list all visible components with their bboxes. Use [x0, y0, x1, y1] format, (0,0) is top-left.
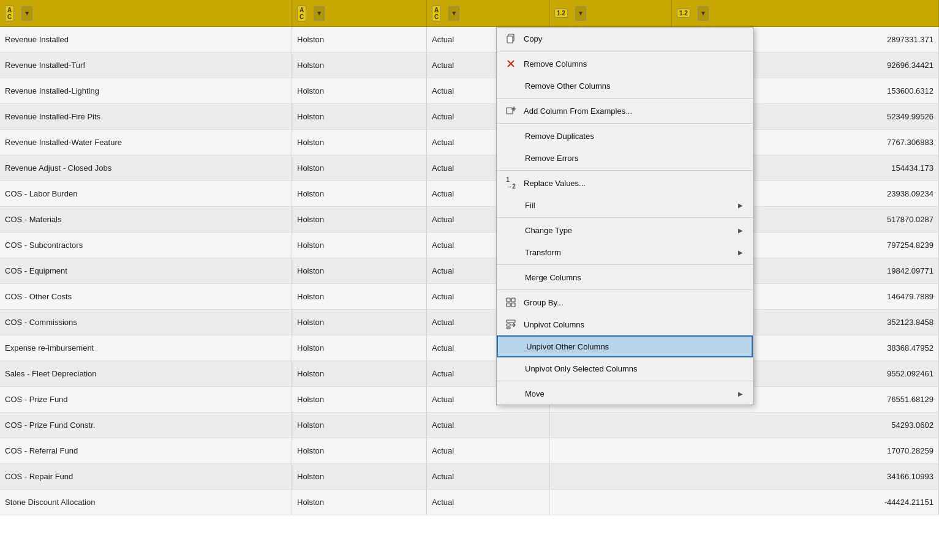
table-row: COS - Subcontractors Holston Actual 7972… — [0, 233, 939, 258]
menu-item-remove-columns[interactable]: Remove Columns — [497, 53, 753, 75]
menu-item-fill[interactable]: Fill▶ — [497, 194, 753, 216]
cell-entity: Holston — [292, 53, 427, 78]
group-icon — [504, 297, 518, 307]
remove-icon — [504, 59, 518, 69]
cell-ab: Actual — [427, 438, 549, 463]
cell-fsb: Sales - Fleet Depreciation — [0, 361, 292, 386]
table-row: COS - Referral Fund Holston Actual 17070… — [0, 438, 939, 464]
menu-separator — [497, 170, 753, 171]
entity-type-icon: AC — [297, 6, 306, 21]
cell-entity: Holston — [292, 78, 427, 103]
table-row: Revenue Installed-Turf Holston Actual 92… — [0, 53, 939, 78]
svg-rect-13 — [507, 327, 510, 329]
cell-entity: Holston — [292, 207, 427, 232]
menu-label-remove-duplicates: Remove Duplicates — [525, 132, 743, 141]
date1-dropdown-button[interactable]: ▼ — [575, 6, 586, 21]
table-row: COS - Equipment Holston Actual 19842.097… — [0, 258, 939, 284]
menu-item-merge-columns[interactable]: Merge Columns — [497, 266, 753, 288]
date2-dropdown-button[interactable]: ▼ — [698, 6, 709, 21]
menu-item-remove-errors[interactable]: Remove Errors — [497, 147, 753, 169]
cell-entity: Holston — [292, 335, 427, 360]
header-date2: 1.2 ▼ — [672, 0, 939, 26]
table-row: Revenue Installed-Water Feature Holston … — [0, 130, 939, 155]
submenu-arrow-icon: ▶ — [738, 227, 743, 234]
cell-value: -44424.21151 — [549, 490, 939, 515]
cell-entity: Holston — [292, 258, 427, 283]
table-header: AC ▼ AC ▼ AC ▼ 1.2 ▼ 1.2 ▼ — [0, 0, 939, 27]
cell-fsb: COS - Other Costs — [0, 284, 292, 309]
submenu-arrow-icon: ▶ — [738, 249, 743, 256]
svg-rect-9 — [507, 303, 510, 307]
table-row: Revenue Installed-Fire Pits Holston Actu… — [0, 104, 939, 130]
menu-item-transform[interactable]: Transform▶ — [497, 241, 753, 263]
cell-fsb: COS - Labor Burden — [0, 181, 292, 206]
menu-label-group-by: Group By... — [524, 298, 743, 307]
cell-fsb: Expense re-imbursement — [0, 335, 292, 360]
cell-fsb: Revenue Installed-Water Feature — [0, 130, 292, 155]
cell-entity: Holston — [292, 310, 427, 335]
cell-entity: Holston — [292, 130, 427, 155]
table-row: COS - Repair Fund Holston Actual 34166.1… — [0, 464, 939, 490]
cell-entity: Holston — [292, 387, 427, 412]
submenu-arrow-icon: ▶ — [738, 202, 743, 209]
menu-label-replace-values: Replace Values... — [524, 179, 743, 188]
cell-fsb: COS - Materials — [0, 207, 292, 232]
menu-label-merge-columns: Merge Columns — [525, 273, 743, 282]
cell-fsb: Stone Discount Allocation — [0, 490, 292, 515]
table-row: COS - Prize Fund Constr. Holston Actual … — [0, 413, 939, 438]
table-body: Revenue Installed Holston Actual 2897331… — [0, 27, 939, 515]
cell-value: 17070.28259 — [549, 438, 939, 463]
menu-label-fill: Fill — [525, 201, 732, 210]
cell-entity: Holston — [292, 155, 427, 181]
header-fsb: AC ▼ — [0, 0, 292, 26]
menu-label-remove-columns: Remove Columns — [524, 59, 743, 69]
unpivot-icon — [504, 319, 518, 329]
cell-fsb: COS - Equipment — [0, 258, 292, 283]
menu-label-move: Move — [525, 389, 732, 398]
menu-item-change-type[interactable]: Change Type▶ — [497, 219, 753, 241]
menu-item-move[interactable]: Move▶ — [497, 383, 753, 405]
menu-label-copy: Copy — [524, 34, 743, 43]
date2-type-icon: 1.2 — [677, 9, 690, 18]
menu-label-unpivot-other-columns: Unpivot Other Columns — [526, 342, 742, 351]
table-row: COS - Commissions Holston Actual 352123.… — [0, 310, 939, 335]
menu-item-copy[interactable]: Copy — [497, 28, 753, 50]
svg-rect-7 — [507, 298, 510, 302]
menu-item-unpivot-only-selected[interactable]: Unpivot Only Selected Columns — [497, 357, 753, 379]
menu-item-remove-duplicates[interactable]: Remove Duplicates — [497, 125, 753, 147]
menu-item-add-column[interactable]: Add Column From Examples... — [497, 100, 753, 122]
cell-fsb: Revenue Installed-Turf — [0, 53, 292, 78]
context-menu: Copy Remove ColumnsRemove Other Columns … — [496, 27, 753, 405]
cell-entity: Holston — [292, 361, 427, 386]
menu-item-remove-other-columns[interactable]: Remove Other Columns — [497, 75, 753, 97]
header-entity: AC ▼ — [292, 0, 427, 26]
cell-fsb: COS - Subcontractors — [0, 233, 292, 258]
table-row: COS - Prize Fund Holston Actual 76551.68… — [0, 387, 939, 413]
cell-entity: Holston — [292, 490, 427, 515]
entity-dropdown-button[interactable]: ▼ — [314, 6, 325, 21]
cell-value: 54293.0602 — [549, 413, 939, 438]
menu-item-group-by[interactable]: Group By... — [497, 291, 753, 313]
cell-fsb: Revenue Installed-Lighting — [0, 78, 292, 103]
table-row: Revenue Adjust - Closed Jobs Holston Act… — [0, 155, 939, 181]
menu-separator — [497, 217, 753, 218]
menu-item-unpivot-other-columns[interactable]: Unpivot Other Columns — [497, 335, 753, 357]
ab-dropdown-button[interactable]: ▼ — [448, 6, 459, 21]
cell-entity: Holston — [292, 27, 427, 52]
menu-separator — [497, 264, 753, 265]
menu-label-change-type: Change Type — [525, 226, 732, 235]
menu-separator — [497, 381, 753, 381]
cell-value: 34166.10993 — [549, 464, 939, 489]
table-row: Revenue Installed-Lighting Holston Actua… — [0, 78, 939, 104]
table-row: COS - Labor Burden Holston Actual 23938.… — [0, 181, 939, 207]
menu-item-replace-values[interactable]: 1→2Replace Values... — [497, 172, 753, 194]
menu-item-unpivot-columns[interactable]: Unpivot Columns — [497, 313, 753, 335]
table-row: Revenue Installed Holston Actual 2897331… — [0, 27, 939, 53]
menu-label-unpivot-only-selected: Unpivot Only Selected Columns — [525, 364, 743, 373]
fsb-dropdown-button[interactable]: ▼ — [21, 6, 32, 21]
menu-label-remove-other-columns: Remove Other Columns — [525, 81, 743, 91]
svg-rect-8 — [511, 298, 515, 302]
table-row: Sales - Fleet Depreciation Holston Actua… — [0, 361, 939, 387]
table-row: Expense re-imbursement Holston Actual 38… — [0, 335, 939, 361]
cell-fsb: Revenue Adjust - Closed Jobs — [0, 155, 292, 181]
